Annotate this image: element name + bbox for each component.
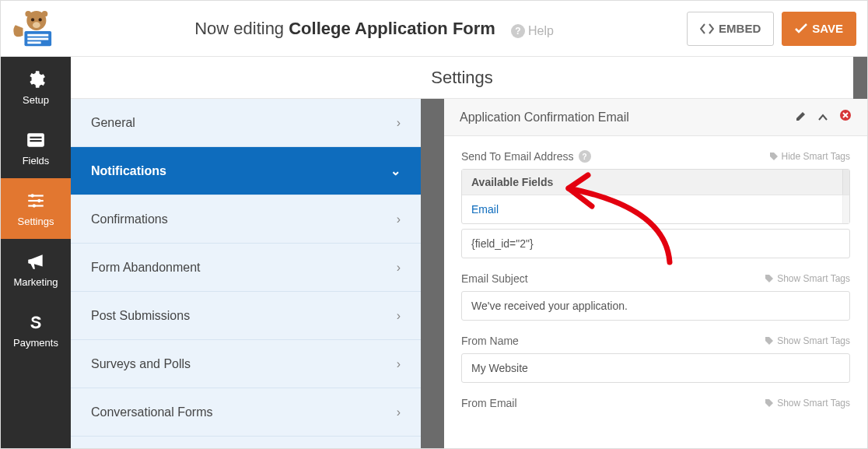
gear-icon xyxy=(26,69,46,89)
card-body: Send To Email Address? Hide Smart Tags A… xyxy=(444,136,867,430)
nav-marketing[interactable]: Marketing xyxy=(1,239,71,300)
tag-icon xyxy=(769,152,779,161)
svg-rect-1 xyxy=(27,33,48,36)
tag-icon xyxy=(765,274,774,283)
chevron-right-icon: › xyxy=(397,357,401,371)
show-smart-tags-link[interactable]: Show Smart Tags xyxy=(765,335,850,346)
delete-icon[interactable] xyxy=(839,109,852,125)
chevron-right-icon: › xyxy=(397,212,401,226)
settings-item-notifications[interactable]: Notifications⌄ xyxy=(71,147,421,195)
settings-item-form-abandonment[interactable]: Form Abandonment› xyxy=(71,244,421,292)
svg-rect-13 xyxy=(28,195,44,196)
svg-point-5 xyxy=(31,18,34,21)
from-email-row: From Email Show Smart Tags xyxy=(461,397,850,409)
settings-item-label: General xyxy=(91,116,135,130)
svg-rect-3 xyxy=(27,41,40,44)
subject-row: Email Subject Show Smart Tags xyxy=(461,272,850,285)
help-label: Help xyxy=(528,24,554,38)
embed-label: EMBED xyxy=(719,22,761,35)
check-icon xyxy=(795,23,807,34)
from-name-input[interactable] xyxy=(461,353,850,383)
chevron-right-icon: › xyxy=(397,309,401,323)
chevron-right-icon: › xyxy=(397,261,401,275)
page-title: Now editing College Application Form ? H… xyxy=(61,19,687,39)
nav-label: Marketing xyxy=(13,276,58,288)
sliders-icon xyxy=(26,191,46,211)
dollar-icon xyxy=(26,312,46,332)
collapse-icon[interactable] xyxy=(817,111,828,124)
notification-card: Application Confirmation Email Send To E… xyxy=(444,99,867,449)
send-to-input[interactable] xyxy=(461,229,850,258)
settings-item-label: Surveys and Polls xyxy=(91,357,191,371)
svg-point-7 xyxy=(33,22,40,28)
email-subject-label: Email Subject xyxy=(461,272,528,285)
left-nav: Setup Fields Settings Marketing Payments xyxy=(1,57,71,449)
settings-item-label: Confirmations xyxy=(91,212,168,226)
from-name-label: From Name xyxy=(461,335,519,347)
settings-column: Settings General› Notifications⌄ Confirm… xyxy=(71,57,436,449)
chevron-down-icon: ⌄ xyxy=(390,163,401,178)
top-bar: Now editing College Application Form ? H… xyxy=(1,1,867,57)
help-icon: ? xyxy=(511,24,525,38)
chevron-right-icon: › xyxy=(397,116,401,130)
nav-setup[interactable]: Setup xyxy=(1,57,71,118)
hide-smart-tags-link[interactable]: Hide Smart Tags xyxy=(769,151,850,162)
svg-point-18 xyxy=(33,204,36,207)
svg-rect-12 xyxy=(30,140,41,142)
svg-point-17 xyxy=(37,198,40,202)
send-to-label: Send To Email Address xyxy=(461,150,574,163)
card-title: Application Confirmation Email xyxy=(460,110,796,125)
now-editing-prefix: Now editing xyxy=(194,19,289,38)
settings-item-surveys-polls[interactable]: Surveys and Polls› xyxy=(71,340,421,388)
available-fields-box: Available Fields Email xyxy=(461,169,850,224)
logo xyxy=(5,5,61,52)
nav-payments[interactable]: Payments xyxy=(1,300,71,360)
settings-item-general[interactable]: General› xyxy=(71,99,421,147)
show-smart-tags-link[interactable]: Show Smart Tags xyxy=(765,273,850,284)
settings-item-conversational-forms[interactable]: Conversational Forms› xyxy=(71,388,421,437)
nav-label: Fields xyxy=(23,155,50,167)
send-to-row: Send To Email Address? Hide Smart Tags xyxy=(461,150,850,163)
settings-item-label: Form Abandonment xyxy=(91,261,201,275)
svg-point-6 xyxy=(39,18,42,21)
help-icon[interactable]: ? xyxy=(579,150,591,163)
nav-label: Payments xyxy=(13,337,58,349)
list-icon xyxy=(26,130,46,150)
settings-item-label: Conversational Forms xyxy=(91,405,213,419)
embed-button[interactable]: EMBED xyxy=(687,12,774,46)
nav-settings[interactable]: Settings xyxy=(1,178,71,239)
content-column: Application Confirmation Email Send To E… xyxy=(436,57,867,449)
settings-header: Settings xyxy=(71,57,853,99)
from-name-row: From Name Show Smart Tags xyxy=(461,335,850,347)
save-label: SAVE xyxy=(812,22,843,35)
available-fields-header: Available Fields xyxy=(462,170,849,195)
nav-label: Setup xyxy=(23,94,49,106)
svg-rect-11 xyxy=(30,136,41,138)
tag-icon xyxy=(765,336,774,346)
svg-rect-14 xyxy=(28,199,44,201)
form-name: College Application Form xyxy=(289,19,495,38)
email-subject-input[interactable] xyxy=(461,291,850,321)
available-field-option-email[interactable]: Email xyxy=(462,195,849,223)
svg-point-16 xyxy=(31,194,34,197)
svg-point-9 xyxy=(42,10,48,16)
show-smart-tags-link[interactable]: Show Smart Tags xyxy=(765,398,850,409)
edit-icon[interactable] xyxy=(796,110,807,124)
nav-fields[interactable]: Fields xyxy=(1,118,71,178)
card-header: Application Confirmation Email xyxy=(444,99,867,136)
card-actions xyxy=(796,109,852,125)
megaphone-icon xyxy=(26,251,46,272)
from-email-label: From Email xyxy=(461,397,517,409)
tag-icon xyxy=(765,398,774,408)
svg-rect-2 xyxy=(27,37,48,40)
save-button[interactable]: SAVE xyxy=(782,12,856,46)
svg-point-8 xyxy=(25,10,31,16)
settings-item-label: Post Submissions xyxy=(91,309,190,323)
settings-item-post-submissions[interactable]: Post Submissions› xyxy=(71,292,421,340)
chevron-right-icon: › xyxy=(397,405,401,419)
settings-list: General› Notifications⌄ Confirmations› F… xyxy=(71,99,421,449)
code-icon xyxy=(700,23,714,34)
settings-item-confirmations[interactable]: Confirmations› xyxy=(71,195,421,244)
help-link[interactable]: ? Help xyxy=(511,24,554,38)
settings-item-label: Notifications xyxy=(91,164,166,178)
